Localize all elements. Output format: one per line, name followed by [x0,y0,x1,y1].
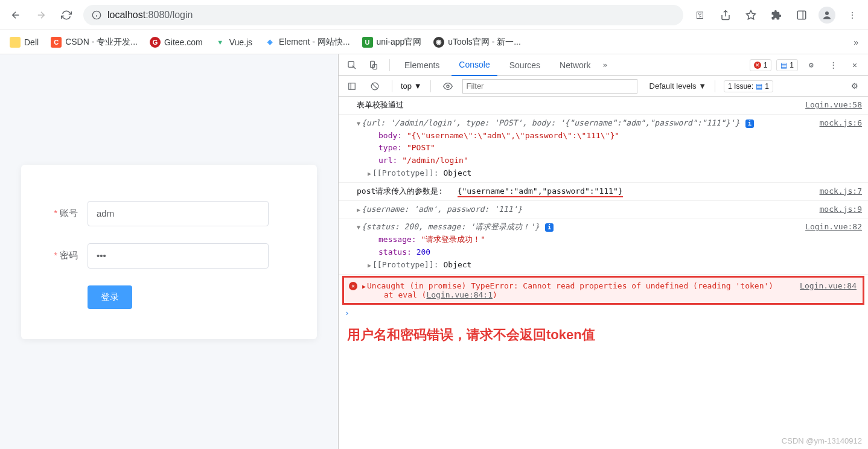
vue-icon: ▼ [215,37,226,48]
bookmark-element[interactable]: ◈Element - 网站快... [264,37,349,48]
login-card: *账号 *密码 登录 [21,165,317,339]
svg-point-6 [825,11,829,15]
reload-button[interactable] [58,7,75,24]
bookmark-dell[interactable]: Dell [10,37,39,48]
info-icon: i [745,119,754,128]
log-line[interactable]: mock.js:6 ▼{url: '/admin/login', type: '… [339,115,868,183]
error-icon: ✕ [349,282,357,290]
menu-icon[interactable]: ⋮ [844,7,861,24]
bookmarks-bar: Dell CCSDN - 专业开发... GGitee.com ▼Vue.js … [0,30,868,54]
uni-icon: U [362,37,373,48]
key-icon[interactable]: ⚿ [692,7,709,24]
context-selector[interactable]: top ▼ [401,81,422,91]
forward-button[interactable] [33,7,49,24]
tab-elements[interactable]: Elements [397,54,447,76]
url-text: localhost:8080/login [107,10,193,21]
bookmark-utools[interactable]: ◉uTools官网 - 新一... [433,37,521,48]
share-icon[interactable] [717,7,734,24]
console-settings-icon[interactable]: ⚙ [846,78,863,95]
issue-badge[interactable]: ▤1 [776,59,798,71]
source-link[interactable]: mock.js:6 [820,117,862,130]
kebab-icon[interactable]: ⋮ [825,57,841,74]
source-link[interactable]: Login.vue:82 [805,221,862,234]
annotation-text: 用户名和密码错误，请求不会返回token值 [339,320,868,350]
svg-point-14 [447,85,449,88]
profile-avatar[interactable] [819,7,835,24]
source-link[interactable]: Login.vue:84 [800,281,857,290]
element-icon: ◈ [264,37,275,48]
console-sidebar-icon[interactable] [343,78,360,95]
back-button[interactable] [7,7,24,24]
login-button[interactable]: 登录 [88,285,132,309]
error-count-badge[interactable]: ✕1 [750,59,772,71]
svg-rect-10 [349,83,356,89]
log-line[interactable]: 表单校验通过 Login.vue:58 [339,97,868,115]
bookmarks-overflow[interactable]: » [854,37,858,47]
tab-console[interactable]: Console [452,54,497,76]
inspect-icon[interactable] [343,57,360,74]
page-content: *账号 *密码 登录 [0,54,338,449]
console-output: 表单校验通过 Login.vue:58 mock.js:6 ▼{url: '/a… [339,97,868,449]
source-link[interactable]: mock.js:7 [820,185,862,198]
folder-icon [10,37,21,48]
issues-count[interactable]: 1 Issue: ▤ 1 [724,80,773,92]
info-icon: i [545,223,554,232]
bookmark-uniapp[interactable]: Uuni-app官网 [362,37,422,48]
source-link[interactable]: Login.vue:58 [805,99,862,112]
devtools-panel: Elements Console Sources Network » ✕1 ▤1… [338,54,868,449]
console-prompt[interactable]: › [339,306,868,320]
tab-sources[interactable]: Sources [502,54,547,76]
close-devtools-icon[interactable]: ✕ [846,57,863,74]
utools-icon: ◉ [433,37,444,48]
svg-rect-4 [797,11,806,19]
log-line[interactable]: mock.js:7 post请求传入的参数是: {"username":"adm… [339,183,868,201]
settings-icon[interactable]: ⚙ [803,57,820,74]
account-label: *账号 [45,208,88,219]
panel-icon[interactable] [793,7,810,24]
live-expression-icon[interactable] [439,78,456,95]
log-line[interactable]: mock.js:9 ▶{username: 'adm', password: '… [339,201,868,219]
bookmark-vue[interactable]: ▼Vue.js [215,37,252,48]
watermark: CSDN @ym-13140912 [782,436,862,445]
password-label: *密码 [45,250,88,261]
devtools-tabbar: Elements Console Sources Network » ✕1 ▤1… [339,54,868,76]
browser-toolbar: localhost:8080/login ⚿ ⋮ [0,0,868,30]
bookmark-gitee[interactable]: GGitee.com [150,37,203,48]
gitee-icon: G [150,37,161,48]
address-bar[interactable]: localhost:8080/login [83,5,683,25]
device-icon[interactable] [365,57,382,74]
log-line[interactable]: Login.vue:82 ▼{status: 200, message: '请求… [339,218,868,274]
password-input[interactable] [88,243,269,269]
extensions-icon[interactable] [768,7,785,24]
filter-input[interactable] [462,79,637,94]
tabs-overflow[interactable]: » [602,60,607,69]
star-icon[interactable] [742,7,759,24]
clear-console-icon[interactable] [366,78,383,95]
tab-network[interactable]: Network [552,54,598,76]
bookmark-csdn[interactable]: CCSDN - 专业开发... [51,37,138,48]
log-levels-selector[interactable]: Default levels ▼ [649,81,707,91]
csdn-icon: C [51,37,62,48]
svg-line-13 [372,83,377,89]
info-icon [92,10,101,20]
svg-marker-3 [747,10,756,19]
error-log[interactable]: ✕ Login.vue:84 ▶Uncaught (in promise) Ty… [342,276,864,305]
console-filter-bar: top ▼ Default levels ▼ 1 Issue: ▤ 1 ⚙ [339,76,868,97]
account-input[interactable] [88,201,269,226]
source-link[interactable]: mock.js:9 [820,203,862,216]
